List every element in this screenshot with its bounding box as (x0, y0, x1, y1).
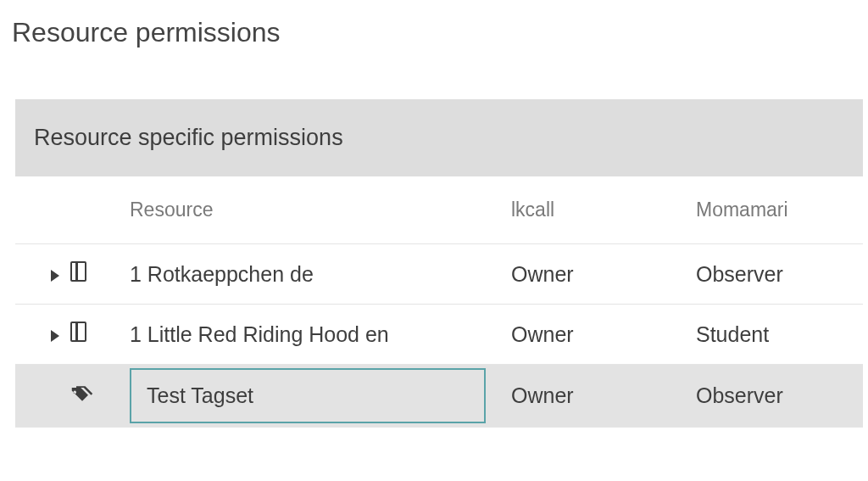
resource-name-cell[interactable]: 1 Little Red Riding Hood en (130, 305, 511, 365)
user2-perm-cell[interactable]: Observer (696, 365, 863, 428)
table-row[interactable]: 1 Little Red Riding Hood en Owner Studen… (15, 305, 863, 365)
table-footer-row (15, 428, 863, 453)
table-header-row: Resource lkcall Momamari (15, 176, 863, 244)
col-header-user1[interactable]: lkcall (511, 176, 696, 244)
user2-perm-cell[interactable]: Student (696, 305, 863, 365)
type-cell (70, 244, 130, 305)
user1-perm-cell[interactable]: Owner (511, 365, 696, 428)
expand-cell[interactable] (15, 305, 70, 365)
type-cell (70, 305, 130, 365)
user1-perm-cell[interactable]: Owner (511, 305, 696, 365)
tag-icon (70, 383, 94, 408)
document-icon (70, 261, 86, 282)
resource-name-cell[interactable]: 1 Rotkaeppchen de (130, 244, 511, 305)
col-header-expand (15, 176, 70, 244)
type-cell (70, 365, 130, 428)
resource-name-cell-editing[interactable]: Test Tagset (130, 365, 511, 428)
panel-header: Resource specific permissions (15, 99, 863, 176)
col-header-user2[interactable]: Momamari (696, 176, 863, 244)
resource-name-input[interactable]: Test Tagset (130, 368, 486, 423)
expand-cell[interactable] (15, 244, 70, 305)
user1-perm-cell[interactable]: Owner (511, 244, 696, 305)
table-row-selected[interactable]: Test Tagset Owner Observer (15, 365, 863, 428)
caret-right-icon[interactable] (51, 270, 59, 282)
table-row[interactable]: 1 Rotkaeppchen de Owner Observer (15, 244, 863, 305)
page-title: Resource permissions (0, 0, 868, 48)
document-icon (70, 322, 86, 342)
col-header-resource[interactable]: Resource (130, 176, 511, 244)
expand-cell (15, 365, 70, 428)
col-header-type (70, 176, 130, 244)
caret-right-icon[interactable] (51, 330, 59, 342)
user2-perm-cell[interactable]: Observer (696, 244, 863, 305)
permissions-table: Resource lkcall Momamari 1 Rotkaeppchen … (15, 176, 863, 453)
permissions-panel: Resource specific permissions Resource l… (15, 99, 863, 453)
